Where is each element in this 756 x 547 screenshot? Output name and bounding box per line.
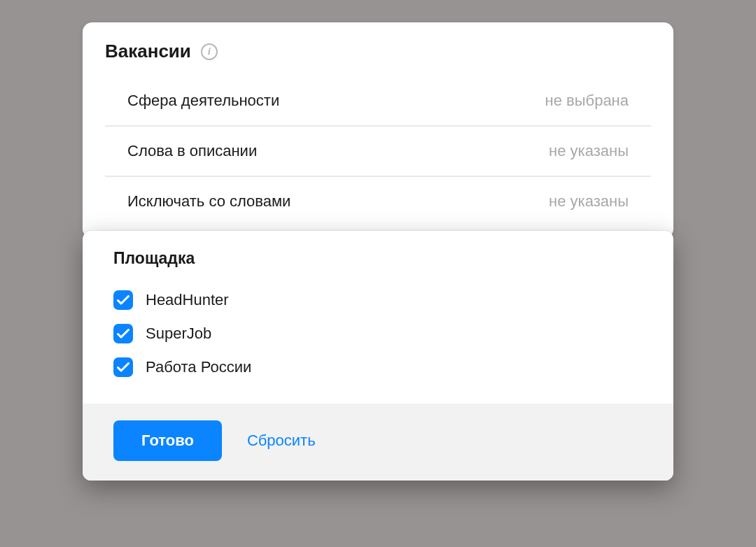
option-label: SuperJob <box>146 325 211 343</box>
row-label: Исключать со словами <box>127 192 290 211</box>
popover-title: Площадка <box>113 249 643 268</box>
reset-button[interactable]: Сбросить <box>247 432 316 450</box>
option-superjob[interactable]: SuperJob <box>113 317 643 350</box>
submit-button[interactable]: Готово <box>113 420 222 461</box>
info-icon[interactable]: i <box>201 43 218 60</box>
card-rows: Сфера деятельности не выбрана Слова в оп… <box>83 76 673 239</box>
checkbox-checked-icon[interactable] <box>113 357 133 377</box>
row-scope[interactable]: Сфера деятельности не выбрана <box>105 76 651 125</box>
row-label: Сфера деятельности <box>127 92 279 110</box>
row-include-words[interactable]: Слова в описании не указаны <box>105 126 651 176</box>
row-label: Слова в описании <box>127 142 257 160</box>
platform-popover: Площадка HeadHunter SuperJob Работа Росс… <box>83 231 673 481</box>
row-value: не указаны <box>549 192 629 211</box>
row-value: не выбрана <box>545 92 629 110</box>
checkbox-checked-icon[interactable] <box>113 290 133 310</box>
checkbox-checked-icon[interactable] <box>113 324 133 343</box>
popover-body: Площадка HeadHunter SuperJob Работа Росс… <box>83 231 673 404</box>
card-title: Вакансии <box>105 41 191 62</box>
option-headhunter[interactable]: HeadHunter <box>113 283 643 317</box>
card-header: Вакансии i <box>83 22 673 76</box>
row-exclude-words[interactable]: Исключать со словами не указаны <box>105 176 651 226</box>
vacancies-card: Вакансии i Сфера деятельности не выбрана… <box>83 22 673 239</box>
row-value: не указаны <box>549 142 629 160</box>
option-label: Работа России <box>146 358 251 376</box>
option-rabota-rossii[interactable]: Работа России <box>113 350 643 384</box>
popover-footer: Готово Сбросить <box>83 404 673 481</box>
option-label: HeadHunter <box>146 291 229 309</box>
